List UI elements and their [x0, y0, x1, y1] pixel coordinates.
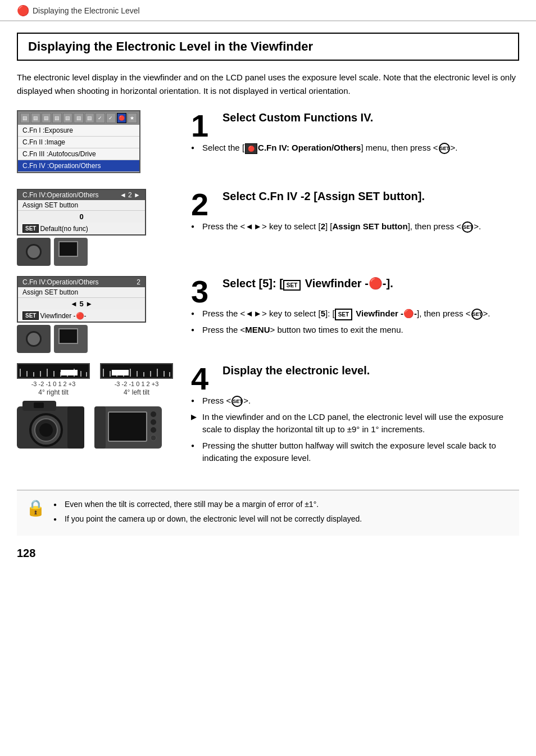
- menu2-value: 0: [18, 211, 145, 223]
- svg-rect-11: [61, 370, 78, 375]
- menu3-subheader: Assign SET button: [18, 287, 145, 298]
- svg-rect-18: [143, 372, 144, 377]
- svg-rect-0: [20, 369, 21, 377]
- menu-item-4: C.Fn IV :Operation/Others: [18, 160, 139, 172]
- step-2-header: 2 Select C.Fn IV -2 [Assign SET button].: [191, 189, 519, 220]
- svg-rect-32: [94, 406, 106, 449]
- menu2-header: C.Fn IV:Operation/Others ◄ 2 ►: [18, 190, 145, 200]
- step-4-left: -3 -2 -1 0 1 2 +3 4° right tilt: [17, 363, 180, 455]
- svg-rect-21: [163, 371, 165, 377]
- tilt-left-svg: [102, 364, 171, 378]
- step-3-title: Select [5]: [SET Viewfinder -🔴-].: [222, 276, 393, 291]
- note-text-1: Even when the tilt is corrected, there s…: [65, 499, 319, 510]
- note-bullet-2: ●: [53, 515, 61, 523]
- step-1-row: ▤ ▤ ▤ ▤ ▤ ▤ ▤ ✓ ✓ 🔴 ★ C.Fn I :Exposure C…: [17, 110, 519, 179]
- step-2-bullets: ● Press the <◄►> key to select [2] [Assi…: [191, 220, 519, 233]
- menu2-header-text: C.Fn IV:Operation/Others: [22, 191, 99, 199]
- step-4-bullet-2: ▶ In the viewfinder and on the LCD panel…: [191, 411, 519, 436]
- note-bullets: ● Even when the tilt is corrected, there…: [53, 499, 362, 528]
- tilt-left-item: -3 -2 -1 0 1 2 +3 4° left tilt: [100, 363, 173, 396]
- menu3-option-text: Viewfinder -🔴-: [40, 312, 86, 320]
- svg-point-37: [151, 435, 156, 441]
- step-1-bullets: ● Select the [🔴C.Fn IV: Operation/Others…: [191, 142, 519, 155]
- note-box: 🔒 ● Even when the tilt is corrected, the…: [17, 490, 519, 536]
- camera-back-svg: [94, 401, 162, 451]
- bullet-dot-4a: ●: [191, 396, 199, 405]
- menu-box-2: C.Fn IV:Operation/Others ◄ 2 ► Assign SE…: [17, 189, 146, 236]
- main-content: Displaying the Electronic Level in the V…: [0, 21, 536, 547]
- step-3-bullet-text-1: Press the <◄►> key to select [5]: [SET V…: [202, 307, 490, 320]
- svg-rect-2: [33, 372, 34, 377]
- note-item-1: ● Even when the tilt is corrected, there…: [53, 499, 362, 510]
- intro-text: The electronic level display in the view…: [17, 71, 519, 98]
- menu-icon-1: ▤: [20, 113, 30, 123]
- menu3-value-header: 2: [137, 278, 140, 286]
- step-2-title: Select C.Fn IV -2 [Assign SET button].: [222, 189, 425, 203]
- camera-thumb-row-3: [17, 325, 88, 353]
- menu3-option: SET Viewfinder -🔴-: [18, 310, 145, 322]
- step-3-bullets: ● Press the <◄►> key to select [5]: [SET…: [191, 307, 519, 337]
- set-badge-2: SET: [22, 224, 39, 233]
- tilt-left-label-text: -3 -2 -1 0 1 2 +3: [115, 381, 159, 387]
- step-2-number: 2: [191, 189, 215, 220]
- camera-thumb-front-3: [17, 325, 51, 353]
- step-2-right: 2 Select C.Fn IV -2 [Assign SET button].…: [191, 189, 519, 237]
- svg-rect-4: [47, 369, 48, 377]
- top-bar-text: Displaying the Electronic Level: [33, 6, 140, 15]
- camera-screen-2: [58, 241, 78, 257]
- page-title: Displaying the Electronic Level in the V…: [28, 39, 508, 54]
- svg-rect-23: [112, 370, 129, 375]
- step-1-right: 1 Select Custom Functions IV. ● Select t…: [191, 110, 519, 158]
- menu-item-1: C.Fn I :Exposure: [18, 125, 139, 137]
- step-4-bullet-text-3: Pressing the shutter button halfway will…: [202, 440, 519, 465]
- camera-front-svg: [17, 401, 84, 451]
- camera-lens-3: [26, 331, 42, 347]
- menu3-header: C.Fn IV:Operation/Others 2: [18, 277, 145, 287]
- step-2-bullet-1: ● Press the <◄►> key to select [2] [Assi…: [191, 220, 519, 233]
- camera-back-view: [94, 401, 162, 451]
- step-1-bullet-text-1: Select the [🔴C.Fn IV: Operation/Others] …: [202, 142, 458, 155]
- title-box: Displaying the Electronic Level in the V…: [17, 33, 519, 61]
- svg-rect-1: [26, 371, 28, 377]
- step-3-header: 3 Select [5]: [SET Viewfinder -🔴-].: [191, 276, 519, 307]
- svg-rect-13: [110, 371, 111, 377]
- step-1-left: ▤ ▤ ▤ ▤ ▤ ▤ ▤ ✓ ✓ 🔴 ★ C.Fn I :Exposure C…: [17, 110, 180, 179]
- menu2-nav: ◄ 2 ►: [120, 191, 140, 199]
- tilt-right-bar: [17, 363, 90, 379]
- page-number: 128: [17, 547, 35, 559]
- svg-rect-12: [103, 369, 104, 377]
- tilt-right-svg: [19, 364, 88, 378]
- note-icon: 🔒: [26, 499, 46, 517]
- svg-rect-9: [80, 371, 81, 377]
- menu-icons-row: ▤ ▤ ▤ ▤ ▤ ▤ ▤ ✓ ✓ 🔴 ★: [18, 111, 139, 125]
- step-3-bullet-text-2: Press the <MENU> button two times to exi…: [202, 324, 403, 337]
- menu-icon-4: ▤: [52, 113, 62, 123]
- note-text-2: If you point the camera up or down, the …: [65, 513, 362, 525]
- svg-rect-16: [130, 369, 131, 377]
- menu2-option: SET Default(no func): [18, 223, 145, 234]
- step-3-row: C.Fn IV:Operation/Others 2 Assign SET bu…: [17, 276, 519, 353]
- camera-thumb-back-3: [54, 325, 88, 353]
- menu-icon-2: ▤: [31, 113, 40, 123]
- svg-rect-33: [108, 412, 147, 441]
- menu-box-3: C.Fn IV:Operation/Others 2 Assign SET bu…: [17, 276, 146, 323]
- svg-point-34: [151, 411, 156, 417]
- menu-icon-8: ✓: [96, 113, 105, 123]
- svg-point-36: [151, 427, 156, 433]
- step-3-bullet-2: ● Press the <MENU> button two times to e…: [191, 324, 519, 337]
- step-1-number: 1: [191, 110, 215, 142]
- top-bar: 🔴 Displaying the Electronic Level: [0, 0, 536, 21]
- camera-icon: 🔴: [17, 4, 29, 17]
- step-2-row: C.Fn IV:Operation/Others ◄ 2 ► Assign SE…: [17, 189, 519, 266]
- step-2-left: C.Fn IV:Operation/Others ◄ 2 ► Assign SE…: [17, 189, 180, 266]
- set-badge-3: SET: [22, 311, 39, 320]
- step-1-header: 1 Select Custom Functions IV.: [191, 110, 519, 142]
- page-number-area: 128: [0, 547, 536, 571]
- bullet-dot-1: ●: [191, 143, 199, 152]
- note-item-2: ● If you point the camera up or down, th…: [53, 513, 362, 525]
- step-4-bullet-text-2: In the viewfinder and on the LCD panel, …: [202, 411, 519, 436]
- step-4-bullets: ● Press <SET>. ▶ In the viewfinder and o…: [191, 395, 519, 465]
- step-3-bullet-1: ● Press the <◄►> key to select [5]: [SET…: [191, 307, 519, 320]
- bullet-dot-2: ●: [191, 222, 199, 230]
- camera-front-view: [17, 401, 84, 451]
